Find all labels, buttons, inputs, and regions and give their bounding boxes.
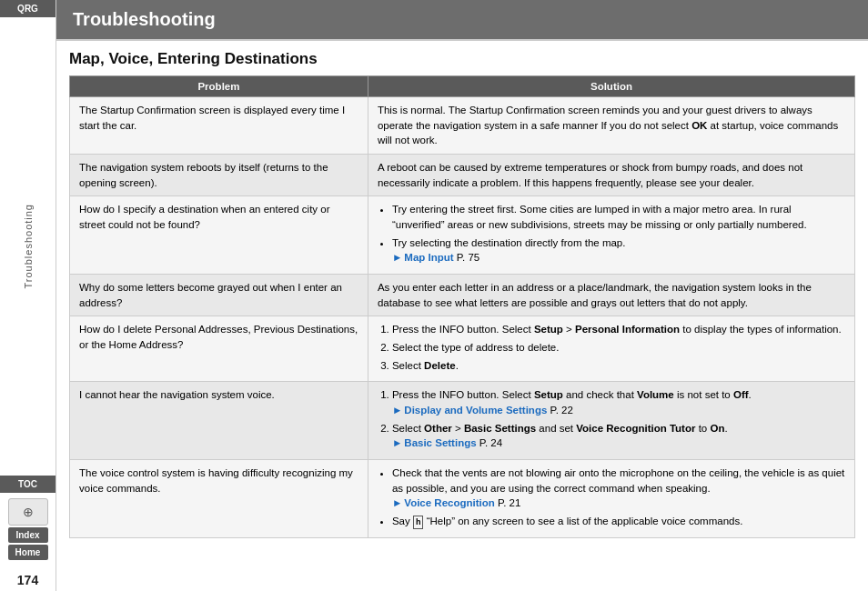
content-area: Map, Voice, Entering Destinations Proble…	[56, 41, 868, 591]
sidebar: QRG Troubleshooting TOC ⊕ Index Home 174	[0, 0, 56, 591]
problem-cell: The Startup Confirmation screen is displ…	[70, 97, 368, 155]
solution-cell: This is normal. The Startup Confirmation…	[368, 97, 854, 155]
table-row: I cannot hear the navigation system voic…	[70, 382, 855, 460]
help-icon: h	[413, 516, 424, 529]
sidebar-troubleshooting-section: Troubleshooting	[23, 17, 34, 476]
link-arrow-icon: ►	[392, 436, 402, 451]
sidebar-item-qrg[interactable]: QRG	[0, 0, 56, 17]
sidebar-item-home[interactable]: Home	[8, 545, 48, 560]
table-row: Why do some letters become grayed out wh…	[70, 275, 855, 316]
problem-cell: How do I specify a destination when an e…	[70, 196, 368, 275]
link-arrow-icon: ►	[392, 250, 402, 265]
link-arrow-icon: ►	[392, 496, 402, 511]
link-arrow-icon: ►	[392, 403, 402, 418]
troubleshooting-table: Problem Solution The Startup Confirmatio…	[69, 75, 855, 538]
page-header: Troubleshooting	[56, 0, 868, 41]
voice-recognition-link[interactable]: Voice Recognition	[404, 497, 494, 508]
sidebar-troubleshooting-label: Troubleshooting	[23, 204, 34, 288]
col-header-solution: Solution	[368, 76, 854, 97]
solution-cell: Check that the vents are not blowing air…	[368, 460, 854, 538]
table-row: How do I specify a destination when an e…	[70, 196, 855, 275]
problem-cell: Why do some letters become grayed out wh…	[70, 275, 368, 316]
basic-settings-link[interactable]: Basic Settings	[404, 437, 476, 448]
table-row: How do I delete Personal Addresses, Prev…	[70, 316, 855, 382]
solution-cell: As you enter each letter in an address o…	[368, 275, 854, 316]
col-header-problem: Problem	[70, 76, 368, 97]
sidebar-item-toc[interactable]: TOC	[0, 476, 56, 493]
sidebar-item-index[interactable]: Index	[8, 527, 48, 543]
problem-cell: How do I delete Personal Addresses, Prev…	[70, 316, 368, 382]
problem-cell: I cannot hear the navigation system voic…	[70, 382, 368, 460]
compass-icon: ⊕	[23, 505, 34, 519]
solution-cell: Press the INFO button. Select Setup and …	[368, 382, 854, 460]
display-volume-link[interactable]: Display and Volume Settings	[404, 405, 547, 416]
section-title: Map, Voice, Entering Destinations	[69, 50, 855, 68]
table-row: The Startup Confirmation screen is displ…	[70, 97, 855, 155]
solution-cell: Press the INFO button. Select Setup > Pe…	[368, 316, 854, 382]
solution-cell: A reboot can be caused by extreme temper…	[368, 155, 854, 196]
page-title: Troubleshooting	[73, 9, 216, 29]
solution-cell: Try entering the street first. Some citi…	[368, 196, 854, 275]
main-content: Troubleshooting Map, Voice, Entering Des…	[56, 0, 868, 591]
page-number: 174	[14, 566, 42, 591]
table-row: The voice control system is having diffi…	[70, 460, 855, 538]
table-row: The navigation system reboots by itself …	[70, 155, 855, 196]
sidebar-nav-icon-button[interactable]: ⊕	[8, 498, 48, 526]
problem-cell: The voice control system is having diffi…	[70, 460, 368, 538]
map-input-link[interactable]: Map Input	[404, 252, 453, 263]
sidebar-bottom-buttons: ⊕ Index Home	[0, 493, 56, 566]
problem-cell: The navigation system reboots by itself …	[70, 155, 368, 196]
